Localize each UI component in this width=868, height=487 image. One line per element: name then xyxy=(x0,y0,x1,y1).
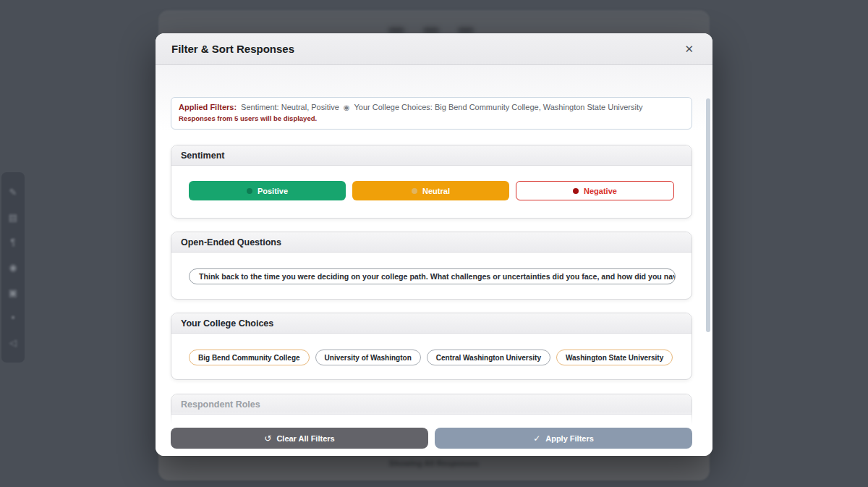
applied-filters-box: Applied Filters:Sentiment: Neutral, Posi… xyxy=(171,97,692,130)
applied-sentiment-summary: Sentiment: Neutral, Positive xyxy=(241,103,339,111)
section-college-choices: Your College Choices Big Bend Community … xyxy=(171,313,692,380)
modal-header: Filter & Sort Responses ✕ xyxy=(156,33,712,65)
applied-college-summary: Your College Choices: Big Bend Community… xyxy=(354,103,642,111)
section-sentiment: Sentiment Positive Neutral Negative xyxy=(171,145,692,219)
applied-filters-note: Responses from 5 users will be displayed… xyxy=(179,114,684,122)
image-icon: ▣ xyxy=(9,288,17,297)
section-title: Open-Ended Questions xyxy=(181,237,281,247)
applied-filters-label: Applied Filters: xyxy=(179,103,237,111)
sentiment-neutral-button[interactable]: Neutral xyxy=(352,181,509,200)
section-sentiment-header: Sentiment xyxy=(171,145,692,166)
college-chip-university-of-washington[interactable]: University of Washington xyxy=(315,350,421,365)
apply-filters-button[interactable]: ✓ Apply Filters xyxy=(435,428,692,449)
pen-icon: ✎ xyxy=(9,187,17,197)
check-icon: ✓ xyxy=(533,433,540,444)
modal-footer: ↺ Clear All Filters ✓ Apply Filters xyxy=(156,411,712,456)
background-toolbar: ✎ ▤ ¶ ◉ ▣ ▪ ◁ xyxy=(1,172,25,363)
document-icon: ▤ xyxy=(9,213,17,222)
clear-all-filters-button[interactable]: ↺ Clear All Filters xyxy=(171,428,428,449)
question-chip[interactable]: Think back to the time you were deciding… xyxy=(189,268,676,284)
filter-sort-modal: Filter & Sort Responses ✕ Select targete… xyxy=(156,33,712,456)
sentiment-negative-button[interactable]: Negative xyxy=(516,181,674,200)
section-open-ended-questions: Open-Ended Questions Think back to the t… xyxy=(171,232,692,300)
apply-filters-label: Apply Filters xyxy=(545,434,594,443)
footer-buttons: ↺ Clear All Filters ✓ Apply Filters xyxy=(171,428,692,449)
section-open-ended-header: Open-Ended Questions xyxy=(171,232,692,253)
positive-dot-icon xyxy=(247,188,252,194)
open-ended-body: Think back to the time you were deciding… xyxy=(171,253,692,300)
text-icon: ¶ xyxy=(11,237,16,247)
negative-dot-icon xyxy=(573,188,579,194)
sentiment-positive-label: Positive xyxy=(258,187,288,195)
college-options: Big Bend Community College University of… xyxy=(171,334,692,380)
speaker-icon: ◁ xyxy=(9,338,17,347)
modal-title: Filter & Sort Responses xyxy=(171,43,294,55)
college-chip-washington-state[interactable]: Washington State University xyxy=(556,350,673,365)
modal-scrollbar-thumb[interactable] xyxy=(706,98,710,332)
blurred-toolbar-icons xyxy=(388,27,474,33)
sentiment-neutral-label: Neutral xyxy=(422,187,450,195)
section-title: Respondent Roles xyxy=(181,399,260,410)
shape-icon: ▪ xyxy=(12,313,15,322)
college-chip-central-washington[interactable]: Central Washington University xyxy=(427,350,550,365)
background-caption: Showing All Responses xyxy=(158,459,710,467)
modal-scrollbar-track[interactable] xyxy=(706,68,710,453)
college-chip-big-bend[interactable]: Big Bend Community College xyxy=(189,350,310,365)
sentiment-positive-button[interactable]: Positive xyxy=(189,181,346,200)
section-title: Sentiment xyxy=(181,151,224,161)
applied-filters-summary: Applied Filters:Sentiment: Neutral, Posi… xyxy=(179,103,684,111)
target-icon: ◉ xyxy=(9,263,17,272)
sentiment-negative-label: Negative xyxy=(584,187,617,195)
section-college-header: Your College Choices xyxy=(171,313,692,334)
section-title: Your College Choices xyxy=(181,318,273,329)
close-icon[interactable]: ✕ xyxy=(681,41,697,57)
undo-icon: ↺ xyxy=(264,433,271,444)
clear-all-filters-label: Clear All Filters xyxy=(276,434,334,443)
sentiment-options: Positive Neutral Negative xyxy=(171,166,692,216)
neutral-dot-icon xyxy=(412,188,417,194)
filter-separator-icon: ◉ xyxy=(344,103,350,111)
